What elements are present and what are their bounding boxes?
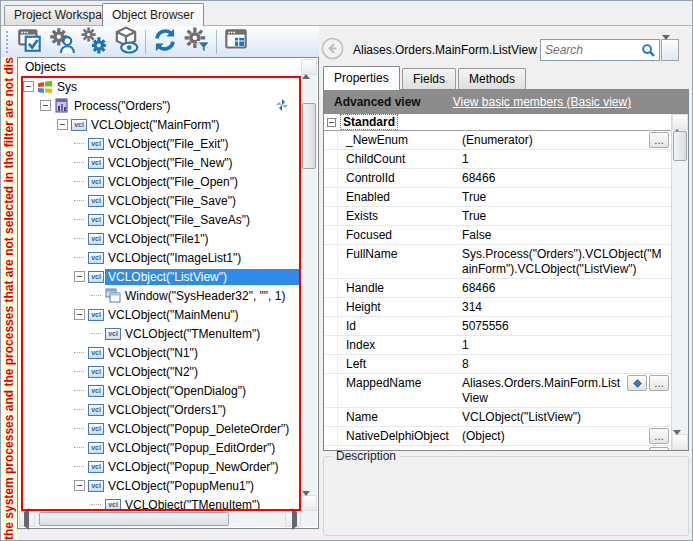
property-row[interactable]: _NewEnum(Enumerator)… — [324, 131, 671, 150]
scroll-down-button[interactable] — [672, 434, 688, 450]
collapse-minus-icon[interactable] — [327, 118, 336, 127]
vcl-object-icon: vcl — [104, 499, 122, 510]
search-icon[interactable] — [641, 43, 656, 61]
scrollbar-thumb[interactable] — [673, 131, 687, 161]
object-spy-button[interactable] — [110, 27, 142, 56]
search-input[interactable] — [545, 42, 637, 58]
property-row[interactable]: Left8 — [324, 355, 671, 374]
property-value: 68466 — [462, 171, 667, 186]
vcl-badge: vcl — [88, 347, 104, 359]
tree-item[interactable]: vclVCLObject("File_Open") — [23, 172, 299, 191]
basic-view-link[interactable]: View basic members (Basic view) — [453, 95, 632, 109]
refresh-button[interactable] — [149, 27, 181, 56]
properties-vertical-scrollbar[interactable] — [671, 114, 688, 450]
tree-item[interactable]: Sys — [23, 77, 299, 96]
property-row[interactable]: ControlId68466 — [324, 169, 671, 188]
property-row[interactable]: Parent(Object)… — [324, 446, 671, 450]
expander-minus-icon[interactable] — [74, 309, 85, 320]
expander-minus-icon[interactable] — [74, 480, 85, 491]
tree-item[interactable]: vclVCLObject("Popup_NewOrder") — [23, 457, 299, 476]
map-object-button[interactable] — [46, 27, 78, 56]
tab-properties[interactable]: Properties — [323, 66, 400, 90]
property-group-row[interactable]: Standard — [324, 114, 671, 131]
tree-item[interactable]: vclVCLObject("PopupMenu1") — [23, 476, 299, 495]
filter-button[interactable] — [181, 27, 213, 56]
ellipsis-button[interactable]: … — [649, 447, 669, 450]
tree-item[interactable]: vclVCLObject("TMenuItem") — [23, 495, 299, 509]
tree-item[interactable]: Window("SysHeader32", "", 1) — [23, 286, 299, 305]
tree-item[interactable]: vclVCLObject("MainMenu") — [23, 305, 299, 324]
vcl-object-icon: vcl — [87, 385, 105, 397]
property-value-cell: False — [456, 226, 671, 244]
property-row[interactable]: Height314 — [324, 298, 671, 317]
tab-methods[interactable]: Methods — [458, 68, 526, 89]
property-row[interactable]: Handle68466 — [324, 279, 671, 298]
property-row[interactable]: Index1 — [324, 336, 671, 355]
tree-item[interactable]: vclVCLObject("Popup_DeleteOrder") — [23, 419, 299, 438]
vcl-object-icon: vcl — [87, 366, 105, 378]
tab-object-browser[interactable]: Object Browser — [102, 3, 204, 26]
tree-item[interactable]: vclVCLObject("ImageList1") — [23, 248, 299, 267]
property-row[interactable]: NativeDelphiObject(Object)… — [324, 427, 671, 446]
tree-connector — [74, 257, 84, 258]
tree-item[interactable]: vclVCLObject("File_Exit") — [23, 134, 299, 153]
tab-fields[interactable]: Fields — [402, 68, 456, 89]
vcl-object-icon: vcl — [87, 138, 105, 150]
tree-item[interactable]: vclVCLObject("File_Save") — [23, 191, 299, 210]
property-row[interactable]: FullNameSys.Process("Orders").VCLObject(… — [324, 245, 671, 279]
tree-item[interactable]: vclVCLObject("MainForm") — [23, 115, 299, 134]
property-row[interactable]: NameVCLObject("ListView") — [324, 408, 671, 427]
ellipsis-button[interactable]: … — [649, 428, 669, 444]
scroll-up-button[interactable] — [672, 114, 688, 130]
scrollbar-thumb[interactable] — [39, 512, 229, 526]
back-button[interactable] — [321, 37, 344, 60]
property-row[interactable]: MappedNameAliases.Orders.MainForm.ListVi… — [324, 374, 671, 408]
tree-item[interactable]: vclVCLObject("File_New") — [23, 153, 299, 172]
search-options-dropdown[interactable] — [661, 39, 679, 61]
group-indent — [324, 207, 338, 225]
tree-item-label: VCLObject("ImageList1") — [105, 250, 244, 266]
scroll-down-button[interactable] — [301, 495, 317, 511]
tree-item[interactable]: vclVCLObject("File_SaveAs") — [23, 210, 299, 229]
expander-minus-icon[interactable] — [74, 271, 85, 282]
description-label: Description — [332, 449, 400, 463]
object-tree: SysProcess("Orders")vclVCLObject("MainFo… — [23, 77, 299, 509]
pinwheel-icon — [275, 98, 289, 115]
vcl-object-icon: vcl — [87, 195, 105, 207]
group-indent — [324, 374, 338, 407]
tree-item[interactable]: vclVCLObject("Orders1") — [23, 400, 299, 419]
tree-item[interactable]: vclVCLObject("N1") — [23, 343, 299, 362]
tree-horizontal-scrollbar[interactable] — [19, 511, 301, 527]
highlight-object-button[interactable] — [14, 27, 46, 56]
toolbar-grip[interactable] — [6, 31, 9, 53]
settings-button[interactable] — [78, 27, 110, 56]
tree-item[interactable]: vclVCLObject("TMenuItem") — [23, 324, 299, 343]
tree-item[interactable]: vclVCLObject("OpenDialog") — [23, 381, 299, 400]
property-row[interactable]: Id5075556 — [324, 317, 671, 336]
tree-item[interactable]: vclVCLObject("ListView") — [23, 267, 299, 286]
scrollbar-thumb[interactable] — [302, 103, 316, 169]
scroll-left-button[interactable] — [19, 511, 35, 527]
vcl-object-icon: vcl — [87, 442, 105, 454]
tree-item[interactable]: vclVCLObject("File1") — [23, 229, 299, 248]
property-row[interactable]: FocusedFalse — [324, 226, 671, 245]
property-row[interactable]: ChildCount1 — [324, 150, 671, 169]
property-row[interactable]: ExistsTrue — [324, 207, 671, 226]
tree-item[interactable]: vclVCLObject("N2") — [23, 362, 299, 381]
expander-minus-icon[interactable] — [57, 119, 68, 130]
scroll-up-button[interactable] — [301, 59, 317, 75]
tree-item[interactable]: Process("Orders") — [23, 96, 299, 115]
vcl-badge: vcl — [88, 157, 104, 169]
map-object-button[interactable] — [627, 375, 647, 391]
panels-button[interactable] — [220, 27, 252, 56]
property-row[interactable]: EnabledTrue — [324, 188, 671, 207]
tree-item[interactable]: vclVCLObject("Popup_EditOrder") — [23, 438, 299, 457]
scroll-right-button[interactable] — [285, 511, 301, 527]
window-panel-icon — [222, 26, 250, 57]
tree-item-label: VCLObject("File_Open") — [105, 174, 241, 190]
expander-minus-icon[interactable] — [40, 100, 51, 111]
ellipsis-button[interactable]: … — [649, 132, 669, 148]
tree-vertical-scrollbar[interactable] — [301, 59, 317, 511]
ellipsis-button[interactable]: … — [649, 375, 669, 391]
expander-minus-icon[interactable] — [23, 81, 34, 92]
